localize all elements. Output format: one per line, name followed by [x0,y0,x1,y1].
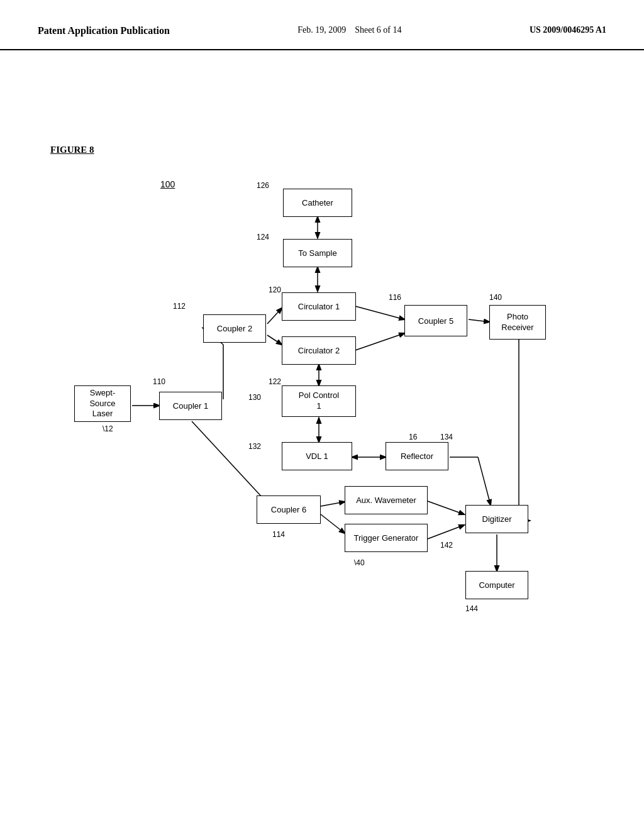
num-116: 116 [389,293,401,302]
num-112: 112 [173,302,186,311]
num-130: 130 [248,393,261,402]
box-trigger-gen: Trigger Generator [345,524,428,552]
svg-line-18 [428,501,464,514]
box-to-sample: To Sample [283,239,352,267]
num-124: 124 [257,233,269,241]
num-120: 120 [269,285,281,294]
box-aux-wavemeter: Aux. Wavemeter [345,486,428,514]
num-126: 126 [257,181,269,190]
svg-line-2 [355,306,404,319]
figure-label: FIGURE 8 [50,145,94,155]
publication-number: US 2009/0046295 A1 [530,25,606,35]
num-122: 122 [269,377,281,386]
svg-line-16 [321,502,345,506]
publication-title: Patent Application Publication [38,25,170,36]
num-12: \12 [103,424,113,433]
patent-page: Patent Application Publication Feb. 19, … [0,0,644,830]
diagram: Catheter To Sample Circulator 1 Circulat… [38,170,604,736]
num-140: 140 [489,293,502,302]
box-coupler6: Coupler 6 [257,495,321,524]
box-coupler1: Coupler 1 [159,392,222,420]
svg-line-4 [469,319,489,322]
publication-date-sheet: Feb. 19, 2009 Sheet 6 of 14 [297,25,401,35]
box-catheter: Catheter [283,189,352,217]
box-circulator1: Circulator 1 [282,292,356,321]
box-circulator2: Circulator 2 [282,336,356,365]
svg-line-6 [267,335,282,345]
num-142: 142 [440,541,453,550]
svg-line-5 [267,308,282,324]
box-pol-control: Pol Control1 [282,385,356,417]
num-132: 132 [248,442,261,451]
box-photo-receiver: PhotoReceiver [489,305,546,340]
box-coupler5: Coupler 5 [404,305,467,336]
svg-line-15 [192,421,269,505]
num-16: 16 [409,433,417,441]
svg-line-17 [321,514,345,533]
box-computer: Computer [465,571,528,599]
num-110: 110 [153,377,165,386]
box-swept-source: Swept-SourceLaser [74,385,131,422]
box-digitizer: Digitizer [465,505,528,533]
num-40: \40 [354,558,365,567]
svg-line-21 [478,457,491,505]
box-vdl1: VDL 1 [282,442,352,470]
num-134: 134 [440,433,453,441]
page-header: Patent Application Publication Feb. 19, … [0,0,644,50]
box-coupler2: Coupler 2 [203,314,266,343]
svg-line-19 [428,525,464,539]
num-144: 144 [465,604,478,613]
svg-line-3 [355,333,404,350]
box-reflector: Reflector [386,442,448,470]
num-114: 114 [272,530,285,539]
